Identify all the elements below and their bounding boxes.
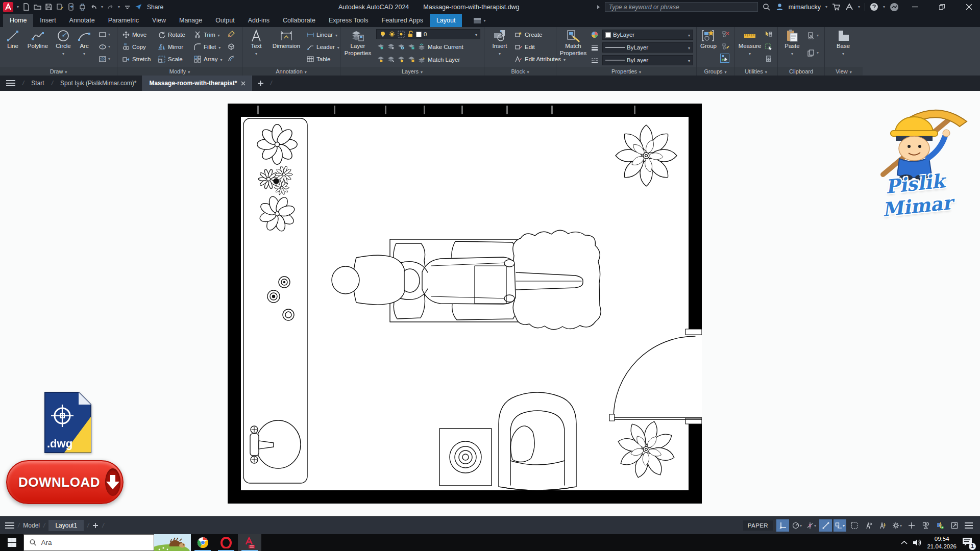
match-layer-button[interactable]: Match Layer: [418, 55, 460, 65]
annotation-visibility-button[interactable]: [862, 519, 875, 532]
undo-caret-icon[interactable]: ▾: [101, 5, 103, 9]
mirror-button[interactable]: Mirror: [158, 42, 183, 52]
redo-button[interactable]: [107, 3, 114, 11]
line-button[interactable]: Line: [1, 29, 24, 49]
dimension-button[interactable]: Dimension: [269, 29, 304, 49]
graphics-performance-button[interactable]: [934, 519, 946, 532]
armchair[interactable]: [499, 392, 576, 490]
panel-label-clipboard[interactable]: Clipboard: [778, 67, 824, 76]
group-selectable-button[interactable]: [720, 54, 729, 63]
layout-menu-button[interactable]: [5, 522, 14, 529]
ribbon-tab-output[interactable]: Output: [209, 14, 241, 27]
arc-button[interactable]: Arc: [75, 29, 94, 57]
array-button[interactable]: Array: [194, 54, 223, 64]
panel-label-block[interactable]: Block: [484, 67, 556, 76]
model-tab[interactable]: Model: [23, 522, 40, 529]
undo-button[interactable]: [90, 3, 97, 11]
layer-dropdown[interactable]: 0: [376, 29, 480, 39]
trim-button[interactable]: Trim: [194, 30, 220, 40]
ribbon-tab-manage[interactable]: Manage: [173, 14, 209, 27]
copy-clip-caret-icon[interactable]: ▾: [817, 51, 819, 55]
ellipse-tool-button[interactable]: [98, 42, 107, 52]
new-file-button[interactable]: [22, 3, 30, 11]
linear-dimension-button[interactable]: Linear: [307, 30, 337, 40]
object-snap-tracking-button[interactable]: ▾: [805, 519, 818, 532]
lineweight-dropdown-caret-icon[interactable]: [688, 44, 690, 51]
ribbon-tab-layout[interactable]: Layout: [430, 14, 462, 27]
stretch-button[interactable]: Stretch: [122, 54, 151, 64]
object-color-dropdown[interactable]: ByLayer: [602, 30, 693, 40]
copy-clip-button[interactable]: [806, 48, 816, 58]
taskbar-search-input[interactable]: [41, 539, 148, 546]
panel-label-view[interactable]: View: [825, 67, 863, 76]
scale-button[interactable]: Scale: [158, 54, 183, 64]
hidden-icons-chevron[interactable]: [901, 540, 908, 545]
fillet-button[interactable]: Fillet: [194, 42, 220, 52]
ribbon-tab-insert[interactable]: Insert: [33, 14, 62, 27]
taskbar-search-box[interactable]: [23, 534, 154, 551]
save-as-button[interactable]: [56, 3, 64, 11]
polyline-button[interactable]: Polyline: [24, 29, 51, 49]
dynamic-input-button[interactable]: ▾: [834, 519, 846, 532]
panel-label-annotation[interactable]: Annotation: [242, 67, 340, 76]
autodesk-account-icon[interactable]: [845, 3, 853, 11]
layer-thaw-all-button[interactable]: [397, 55, 406, 64]
rectangle-caret-icon[interactable]: ▾: [108, 32, 110, 37]
account-caret-icon[interactable]: ▾: [858, 5, 860, 9]
copy-button[interactable]: Copy: [122, 42, 146, 52]
widgets-hedgehog-tile[interactable]: [154, 534, 191, 551]
volume-icon[interactable]: [913, 539, 922, 546]
file-tabs-menu-button[interactable]: [0, 76, 21, 91]
circle-caret-icon[interactable]: [62, 50, 64, 57]
rotate-button[interactable]: Rotate: [158, 30, 185, 40]
panel-label-utilities[interactable]: Utilities: [734, 67, 777, 76]
leader-button[interactable]: Leader: [307, 42, 339, 52]
app-store-cart-icon[interactable]: [832, 3, 841, 11]
lineweight-dropdown[interactable]: ByLayer: [602, 42, 693, 53]
user-avatar-icon[interactable]: [775, 3, 784, 11]
create-block-button[interactable]: Create: [515, 30, 543, 40]
open-folder-button[interactable]: [34, 3, 41, 11]
paper-space-indicator[interactable]: PAPER: [743, 520, 773, 531]
measure-caret-icon[interactable]: [749, 50, 751, 57]
close-tab-icon[interactable]: [241, 81, 246, 86]
ribbon-tab-featured-apps[interactable]: Featured Apps: [375, 14, 430, 27]
insert-caret-icon[interactable]: [499, 50, 501, 57]
layer-unisolate-button[interactable]: [386, 42, 396, 51]
linetype-dropdown[interactable]: ByLayer: [602, 55, 693, 65]
array-caret-icon[interactable]: [220, 56, 222, 62]
restore-button[interactable]: [930, 0, 953, 14]
panel-label-properties[interactable]: Properties: [556, 67, 696, 76]
ribbon-display-toggle[interactable]: ▾: [473, 14, 485, 27]
ribbon-tab-collaborate[interactable]: Collaborate: [276, 14, 322, 27]
help-caret-icon[interactable]: ▾: [883, 5, 885, 9]
flower-top-right[interactable]: [616, 125, 677, 186]
ortho-mode-button[interactable]: [819, 519, 832, 532]
autocad-logo-icon[interactable]: [3, 2, 13, 12]
ungroup-button[interactable]: [721, 30, 730, 39]
plot-button[interactable]: [79, 3, 86, 11]
layout1-tab[interactable]: Layout1: [48, 520, 84, 531]
user-caret-icon[interactable]: ▾: [825, 5, 827, 9]
isolate-objects-button[interactable]: [919, 519, 932, 532]
layer-dropdown-caret-icon[interactable]: [475, 31, 477, 37]
action-center-button[interactable]: 1: [962, 537, 975, 549]
layer-unlock-all-button[interactable]: [407, 55, 416, 64]
opera-taskbar-icon[interactable]: [214, 534, 238, 551]
layer-off-button[interactable]: [376, 55, 385, 64]
trim-caret-icon[interactable]: [218, 32, 220, 38]
circle-button[interactable]: Circle: [52, 29, 75, 57]
ribbon-tab-addins[interactable]: Add-ins: [241, 14, 276, 27]
move-button[interactable]: Move: [122, 30, 146, 40]
measure-button[interactable]: Measure: [737, 29, 763, 57]
help-search-box[interactable]: [605, 2, 758, 12]
search-icon[interactable]: [763, 3, 771, 11]
drawing-canvas[interactable]: Pislik Mimar .dwg DOWNLOAD: [0, 91, 980, 516]
equipment-stool[interactable]: [439, 429, 492, 486]
text-caret-icon[interactable]: [255, 50, 257, 57]
group-edit-button[interactable]: [721, 42, 730, 51]
paste-button[interactable]: Paste: [781, 29, 803, 57]
layer-freeze-button[interactable]: [397, 42, 406, 51]
cut-caret-icon[interactable]: ▾: [817, 33, 819, 38]
linear-caret-icon[interactable]: [335, 32, 337, 38]
